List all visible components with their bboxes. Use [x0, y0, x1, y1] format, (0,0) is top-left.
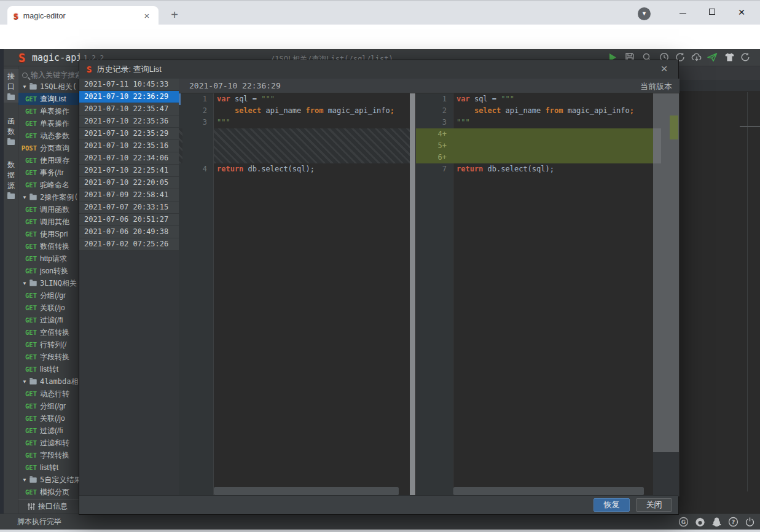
history-item[interactable]: 2021-07-07 20:33:15	[79, 201, 179, 214]
tree-item-分页查询[interactable]: POST分页查询	[18, 142, 79, 154]
modal-close-icon[interactable]: ×	[657, 62, 671, 76]
right-editor-hscrollbar[interactable]	[453, 487, 644, 495]
tree-item-label: list转t	[40, 364, 58, 375]
push-plane-icon[interactable]	[707, 52, 718, 63]
tree-item-json转换[interactable]: GETjson转换	[18, 265, 79, 277]
close-button[interactable]: 关闭	[636, 498, 672, 512]
line-number: 1	[179, 93, 214, 105]
tree-item-数值转换[interactable]: GET数值转换	[18, 240, 79, 252]
tree-group-header[interactable]: ▼1SQL相关(	[18, 80, 79, 93]
history-item[interactable]: 2021-07-10 22:35:36	[79, 115, 179, 128]
tree-item-调用函数[interactable]: GET调用函数	[18, 203, 79, 216]
window-maximize-button[interactable]	[703, 5, 721, 20]
tree-item-http请求[interactable]: GEThttp请求	[18, 252, 79, 265]
tree-item-分组(/gr[interactable]: GET分组(/gr	[18, 289, 79, 302]
power-icon[interactable]	[745, 517, 755, 527]
bg-editor-scroll-track[interactable]	[747, 92, 748, 491]
tree-group-header[interactable]: ▼2操作案例(	[18, 191, 79, 203]
tree-item-过滤(/fi[interactable]: GET过滤(/fi	[18, 314, 79, 326]
theme-shirt-icon[interactable]	[724, 52, 735, 63]
folder-icon	[7, 95, 15, 100]
tree-item-模拟分页[interactable]: GET模拟分页	[18, 486, 79, 498]
history-item[interactable]: 2021-07-10 22:34:06	[79, 152, 179, 165]
tree-group-header[interactable]: ▼5自定义结果	[18, 474, 79, 486]
app-logo-icon: S	[18, 51, 25, 65]
diff-left-editor[interactable]: 1var sql = """2 select api_name from mag…	[179, 93, 410, 496]
tree-item-list转t[interactable]: GETlist转t	[18, 363, 79, 375]
history-item[interactable]: 2021-07-10 22:25:41	[79, 165, 179, 177]
browser-addressbar: ← → i localhost:8081 文 ☆ j •••	[0, 25, 760, 49]
gitee-icon[interactable]: G	[678, 517, 689, 527]
tree-group-header[interactable]: ▼4lambda相	[18, 375, 79, 388]
history-item[interactable]: 2021-07-06 20:49:38	[79, 226, 179, 238]
tree-item-使用缓存[interactable]: GET使用缓存	[18, 154, 79, 166]
method-badge: GET	[18, 292, 37, 299]
modal-logo-icon: S	[87, 65, 92, 74]
app-title: magic-api	[32, 52, 82, 63]
tree-item-label: 单表操作	[40, 119, 69, 129]
github-icon[interactable]	[695, 517, 705, 527]
history-item[interactable]: 2021-07-10 22:35:47	[79, 103, 179, 115]
bg-editor-scroll-thumb[interactable]	[740, 126, 760, 127]
folder-icon	[29, 195, 36, 200]
tab-search-icon[interactable]: ▼	[638, 7, 651, 20]
side-rail: 接口 函数 数据源	[4, 66, 18, 530]
tree-search-input[interactable]: 输入关键字搜索	[18, 69, 79, 81]
tree-item-label: 调用其他	[40, 217, 69, 227]
history-item[interactable]: 2021-07-11 10:45:33	[79, 79, 179, 91]
tree-item-动态参数[interactable]: GET动态参数	[18, 130, 79, 142]
tree-item-单表操作[interactable]: GET单表操作	[18, 105, 79, 117]
tree-group-header[interactable]: ▼3LINQ相关	[18, 277, 79, 289]
tree-item-label: 关联(/jo	[40, 303, 65, 313]
tab-close-icon[interactable]: ×	[141, 10, 152, 22]
left-editor-vscrollbar[interactable]	[410, 93, 415, 496]
rail-tab-function[interactable]: 函数	[4, 114, 18, 147]
history-item[interactable]: 2021-07-06 20:51:27	[79, 214, 179, 226]
method-badge: GET	[18, 464, 37, 471]
refresh-icon[interactable]	[740, 52, 751, 63]
tree-item-过滤和转[interactable]: GET过滤和转	[18, 437, 79, 449]
download-cloud-icon[interactable]	[691, 52, 702, 63]
restore-button[interactable]: 恢复	[594, 498, 630, 512]
rail-tab-datasource[interactable]: 数据源	[4, 157, 18, 201]
tree-item-事务(/tr[interactable]: GET事务(/tr	[18, 166, 79, 179]
bg-editor-area[interactable]	[679, 91, 760, 514]
history-item[interactable]: 2021-07-09 22:58:41	[79, 189, 179, 201]
tree-item-关联(/jo[interactable]: GET关联(/jo	[18, 302, 79, 314]
history-item[interactable]: 2021-07-10 22:20:05	[79, 177, 179, 189]
tree-item-行转列(/[interactable]: GET行转列(/	[18, 338, 79, 351]
tree-item-关联(/jo[interactable]: GET关联(/jo	[18, 412, 79, 424]
left-editor-hscrollbar[interactable]	[214, 487, 399, 495]
tree-item-分组(/gr[interactable]: GET分组(/gr	[18, 400, 79, 412]
method-badge: GET	[18, 452, 37, 459]
tree-item-查询List[interactable]: GET查询List	[18, 93, 79, 105]
history-item[interactable]: 2021-07-10 22:35:29	[79, 128, 179, 140]
added-code-line: 6+	[416, 152, 661, 163]
browser-tab[interactable]: S magic-editor ×	[7, 6, 159, 26]
tree-item-空值转换[interactable]: GET空值转换	[18, 326, 79, 338]
tree-item-调用其他[interactable]: GET调用其他	[18, 216, 79, 228]
tree-item-字段转换[interactable]: GET字段转换	[18, 449, 79, 461]
history-item[interactable]: 2021-07-10 22:36:29	[79, 91, 179, 103]
diff-right-editor[interactable]: 1var sql = """2 select api_name from mag…	[416, 93, 680, 496]
new-tab-button[interactable]: +	[166, 7, 183, 24]
tree-item-list转t[interactable]: GETlist转t	[18, 461, 79, 474]
rail-tab-api[interactable]: 接口	[4, 69, 18, 103]
tree-item-驼峰命名[interactable]: GET驼峰命名	[18, 179, 79, 191]
tree-item-单表操作[interactable]: GET单表操作	[18, 117, 79, 130]
api-info-item[interactable]: 接口信息	[18, 499, 79, 514]
window-close-button[interactable]: ×	[732, 5, 751, 20]
line-number: 7	[416, 163, 453, 175]
history-item[interactable]: 2021-07-10 22:35:16	[79, 140, 179, 152]
window-minimize-button[interactable]	[673, 5, 692, 20]
folder-icon	[29, 477, 36, 483]
help-icon[interactable]: ?	[728, 517, 738, 527]
tree-item-使用Spri[interactable]: GET使用Spri	[18, 228, 79, 240]
tree-item-过滤(/fi[interactable]: GET过滤(/fi	[18, 424, 79, 437]
tree-item-字段转换[interactable]: GET字段转换	[18, 351, 79, 363]
tree-item-label: json转换	[40, 266, 68, 276]
chevron-down-icon: ▼	[22, 379, 27, 385]
history-item[interactable]: 2021-07-02 07:25:26	[79, 238, 179, 251]
tree-item-动态行转[interactable]: GET动态行转	[18, 388, 79, 400]
qq-icon[interactable]	[711, 517, 722, 527]
